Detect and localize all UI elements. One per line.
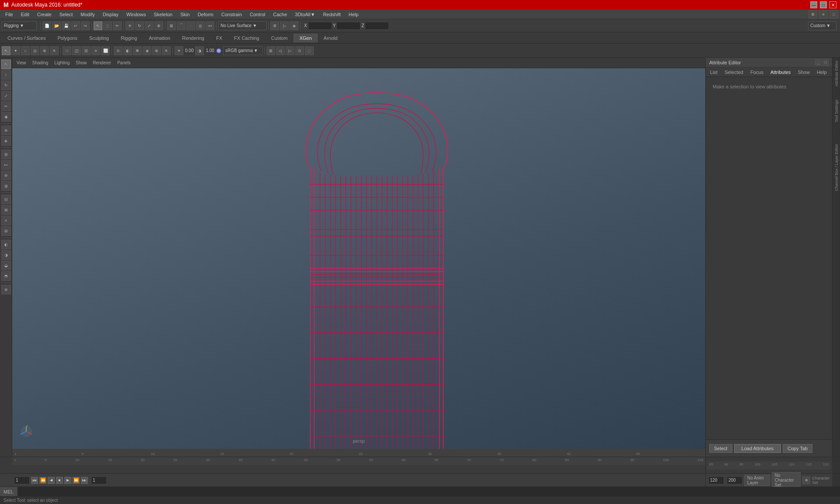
icon-tb-1[interactable]: ✦: [11, 46, 20, 55]
icon-tb-15[interactable]: ⊕: [152, 46, 161, 55]
icon-tb-19[interactable]: ▷: [286, 46, 294, 55]
icon-tb-select[interactable]: ↖: [2, 46, 10, 55]
maximize-button[interactable]: □: [820, 1, 827, 8]
tab-animation[interactable]: Animation: [143, 34, 176, 42]
menu-deform[interactable]: Deform: [194, 11, 217, 18]
x-input[interactable]: [308, 22, 332, 30]
frame-start-input[interactable]: [14, 476, 30, 484]
mode-dropdown[interactable]: Rigging ▼: [2, 21, 37, 30]
sidebar-render-3[interactable]: ◒: [1, 261, 11, 270]
attr-tab-selected[interactable]: Selected: [722, 69, 746, 76]
icon-tb-13[interactable]: ✻: [133, 46, 142, 55]
icon-tb-6[interactable]: □: [63, 46, 71, 55]
stop-button[interactable]: ■: [56, 477, 63, 484]
vp-menu-view[interactable]: View: [14, 60, 29, 66]
undo-icon[interactable]: ↩: [71, 21, 80, 30]
gamma-dropdown[interactable]: sRGB gamma ▼: [223, 46, 262, 55]
vp-menu-renderer[interactable]: Renderer: [90, 60, 114, 66]
playback-end-input[interactable]: [708, 476, 724, 484]
sidebar-paint[interactable]: ✏: [1, 102, 11, 111]
sidebar-rotate[interactable]: ↻: [1, 80, 11, 90]
sidebar-display-3[interactable]: ≡: [1, 216, 11, 225]
sidebar-render-4[interactable]: ◓: [1, 271, 11, 281]
tab-fx[interactable]: FX: [210, 34, 228, 42]
scale-icon[interactable]: ⤢: [145, 21, 154, 30]
menu-modify[interactable]: Modify: [77, 11, 98, 18]
sidebar-misc-1[interactable]: ⊕: [1, 285, 11, 294]
menu-skin[interactable]: Skin: [177, 11, 193, 18]
script-type-label[interactable]: MEL: [0, 487, 18, 496]
copy-tab-button[interactable]: Copy Tab: [783, 444, 812, 453]
vp-menu-shading[interactable]: Shading: [30, 60, 51, 66]
anim-range-end-input[interactable]: [727, 476, 742, 484]
save-scene-icon[interactable]: 💾: [62, 21, 70, 30]
tab-custom[interactable]: Custom: [266, 34, 294, 42]
vp-menu-panels[interactable]: Panels: [115, 60, 133, 66]
load-attributes-button[interactable]: Load Attributes: [734, 444, 781, 453]
command-input[interactable]: [18, 487, 840, 496]
goto-start-button[interactable]: ⏮: [31, 477, 38, 484]
snap-point-icon[interactable]: ·: [186, 21, 195, 30]
sidebar-scale[interactable]: ⤢: [1, 91, 11, 101]
toolbar-icon-3[interactable]: □: [830, 10, 838, 19]
icon-exposure[interactable]: ☀: [175, 46, 183, 55]
step-forward-button[interactable]: ⏩: [73, 477, 80, 484]
icon-tb-21[interactable]: ◌: [305, 46, 314, 55]
icon-tb-11[interactable]: ⊙: [114, 46, 122, 55]
close-button[interactable]: ✕: [830, 1, 836, 8]
goto-end-button[interactable]: ⏭: [81, 477, 88, 484]
sidebar-select[interactable]: ↖: [1, 60, 11, 69]
attr-tab-help[interactable]: Help: [814, 69, 830, 76]
open-scene-icon[interactable]: 📂: [52, 21, 61, 30]
attr-tab-show[interactable]: Show: [795, 69, 812, 76]
lasso-select-icon[interactable]: ◌: [103, 21, 112, 30]
y-input[interactable]: [336, 22, 360, 30]
icon-tb-17[interactable]: ⊞: [266, 46, 275, 55]
sidebar-show-manip[interactable]: ⊕: [1, 126, 11, 135]
attr-editor-float[interactable]: □: [822, 60, 829, 66]
sidebar-display-4[interactable]: ⊞: [1, 226, 11, 236]
menu-display[interactable]: Display: [99, 11, 122, 18]
sidebar-snap[interactable]: ⊷: [1, 160, 11, 170]
menu-redshift[interactable]: Redshift: [319, 11, 344, 18]
vp-menu-show[interactable]: Show: [73, 60, 89, 66]
menu-file[interactable]: File: [2, 11, 17, 18]
attr-editor-minimize[interactable]: _: [815, 60, 821, 66]
menu-skeleton[interactable]: Skeleton: [150, 11, 176, 18]
sidebar-render-1[interactable]: ◐: [1, 240, 11, 249]
current-frame-input[interactable]: [91, 476, 107, 484]
menu-cache[interactable]: Cache: [270, 11, 290, 18]
vtab-channel-box[interactable]: Channel Box / Layer Editor: [834, 142, 839, 193]
redo-icon[interactable]: ↪: [81, 21, 90, 30]
icon-tb-4[interactable]: ⊕: [40, 46, 49, 55]
play-back-button[interactable]: ◀: [48, 477, 55, 484]
timeline-ruler[interactable]: 1 5 10 15 20 25 30 35 40 45: [12, 449, 705, 457]
menu-control[interactable]: Control: [246, 11, 269, 18]
timeline-frames[interactable]: 1 5 10 15 20 25 30 35 40 45 50 55 60 65 …: [12, 457, 705, 465]
sidebar-last-tool[interactable]: ◈: [1, 136, 11, 146]
ipr-render-icon[interactable]: ◈: [290, 21, 298, 30]
icon-tb-18[interactable]: ◁: [276, 46, 285, 55]
snap-view-icon[interactable]: ◎: [196, 21, 205, 30]
select-tool-icon[interactable]: ↖: [94, 21, 102, 30]
snap-grid-icon[interactable]: ⊞: [167, 21, 176, 30]
icon-tb-2[interactable]: ○: [21, 46, 30, 55]
sidebar-grid[interactable]: ⊞: [1, 150, 11, 159]
tab-rigging[interactable]: Rigging: [115, 34, 143, 42]
icon-tb-7[interactable]: ◫: [72, 46, 81, 55]
menu-constrain[interactable]: Constrain: [218, 11, 245, 18]
sidebar-constraint[interactable]: ⊗: [1, 171, 11, 180]
tab-sculpting[interactable]: Sculpting: [84, 34, 115, 42]
no-live-surface-dropdown[interactable]: No Live Surface ▼: [218, 21, 266, 30]
menu-edit[interactable]: Edit: [18, 11, 33, 18]
tab-arnold[interactable]: Arnold: [318, 34, 343, 42]
icon-tb-16[interactable]: ✕: [162, 46, 171, 55]
sidebar-display-1[interactable]: ⊟: [1, 195, 11, 204]
icon-tb-8[interactable]: ⊟: [82, 46, 91, 55]
new-scene-icon[interactable]: 📄: [42, 21, 51, 30]
vp-menu-lighting[interactable]: Lighting: [52, 60, 72, 66]
no-character-set-dropdown[interactable]: No Character Set: [772, 472, 801, 488]
menu-windows[interactable]: Windows: [123, 11, 150, 18]
move-icon[interactable]: ✛: [126, 21, 134, 30]
toolbar-icon-2[interactable]: ≡: [819, 10, 828, 19]
